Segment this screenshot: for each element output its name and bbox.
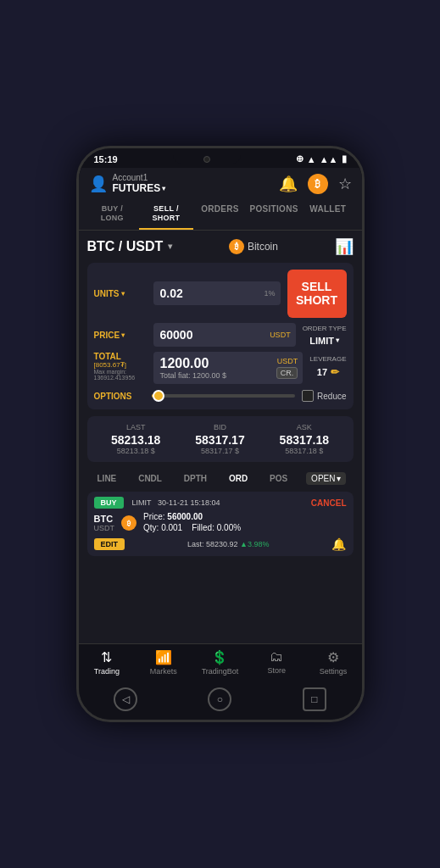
last-price-item: LAST 58213.18 58213.18 $ — [94, 423, 178, 455]
futures-label: FUTURES — [113, 182, 161, 194]
order-type-info: LIMIT 30-11-21 15:18:04 — [132, 498, 220, 507]
total-input[interactable]: 1200.00 Total fiat: 1200.00 $ USDT CR. — [153, 352, 304, 384]
nav-store[interactable]: 🗂 Store — [248, 649, 305, 676]
nav-markets[interactable]: 📶 Markets — [135, 649, 192, 676]
open-dropdown-icon: ▾ — [337, 474, 341, 483]
order-top-left: BUY LIMIT 30-11-21 15:18:04 — [94, 497, 220, 509]
header: 👤 Account1 FUTURES ▾ 🔔 ₿ ☆ — [79, 168, 362, 199]
home-button[interactable]: ○ — [208, 687, 231, 711]
nav-tradingbot[interactable]: 💲 TradingBot — [192, 649, 248, 676]
units-input[interactable]: 0.02 1% — [153, 281, 281, 305]
settings-icon: ⚙ — [327, 649, 339, 665]
units-pct: 1% — [264, 289, 275, 298]
futures-button[interactable]: FUTURES ▾ — [113, 182, 166, 194]
status-time: 15:19 — [94, 154, 118, 164]
order-qty-val: 0.001 — [161, 523, 182, 532]
ask-value: 58317.18 — [262, 433, 346, 447]
futures-dropdown-arrow: ▾ — [162, 185, 165, 192]
settings-label: Settings — [320, 667, 348, 676]
tab-buy-long[interactable]: BUY /LONG — [86, 199, 140, 230]
header-icons: 🔔 ₿ ☆ — [279, 174, 352, 194]
order-top: BUY LIMIT 30-11-21 15:18:04 CANCEL — [94, 497, 347, 509]
price-input[interactable]: 60000 USDT — [153, 323, 296, 347]
nav-settings[interactable]: ⚙ Settings — [305, 649, 362, 676]
pair-coin: ₿ Bitcoin — [229, 239, 278, 254]
btc-icon[interactable]: ₿ — [308, 174, 328, 194]
edit-leverage-icon[interactable]: ✏ — [331, 366, 339, 378]
chart-tab-ord[interactable]: ORD — [226, 472, 251, 485]
back-button[interactable]: ◁ — [114, 687, 137, 711]
units-row: UNITS ▾ 0.02 1% SELLSHORT — [94, 270, 347, 319]
network-icon: ▲▲ — [320, 154, 338, 164]
total-label: TOTAL — [94, 352, 153, 361]
favorites-star-icon[interactable]: ☆ — [338, 175, 352, 193]
right-panel: ORDER TYPE LIMIT ▾ — [303, 325, 347, 346]
options-row: OPTIONS Reduce — [94, 389, 347, 403]
order-type-dropdown-icon: ▾ — [336, 337, 339, 344]
total-label-area: TOTAL [8053.67₮] Max margin: 136912.4139… — [94, 352, 153, 381]
tradingbot-icon: 💲 — [211, 649, 228, 665]
order-change-val: ▲3.98% — [240, 540, 269, 548]
trading-label: Trading — [94, 667, 120, 676]
price-row: PRICE ▾ 60000 USDT ORDER TYPE LIMIT ▾ — [94, 323, 347, 347]
order-price-val: 56000.00 — [167, 512, 203, 521]
order-qty-row: Qty: 0.001 Filled: 0.00% — [143, 523, 347, 532]
options-slider[interactable] — [152, 389, 296, 403]
store-label: Store — [268, 666, 287, 675]
chart-icon[interactable]: 📊 — [335, 237, 354, 256]
chart-tab-dpth[interactable]: DPTH — [181, 472, 210, 485]
wifi-icon: ▲ — [307, 154, 316, 164]
open-dropdown[interactable]: OPEN ▾ — [306, 472, 346, 485]
buy-badge: BUY — [94, 497, 124, 509]
open-label: OPEN — [311, 474, 335, 483]
order-price-info: Price: 56000.00 Qty: 0.001 Filled: 0.00% — [143, 512, 347, 534]
home-icon: ○ — [217, 693, 223, 705]
ask-label: ASK — [262, 423, 346, 431]
slider-thumb[interactable] — [153, 390, 164, 402]
nav-trading[interactable]: ⇅ Trading — [79, 649, 136, 676]
coin-name: Bitcoin — [248, 241, 278, 253]
account-label: Account1 — [113, 173, 166, 182]
edit-button[interactable]: EDIT — [94, 538, 125, 550]
order-card: BUY LIMIT 30-11-21 15:18:04 CANCEL BTC U… — [87, 492, 354, 556]
order-bell-icon[interactable]: 🔔 — [331, 537, 346, 551]
chart-tab-cndl[interactable]: CNDL — [135, 472, 165, 485]
order-pair-name: BTC — [94, 514, 115, 524]
reduce-checkbox[interactable] — [302, 390, 314, 402]
options-label: OPTIONS — [94, 392, 145, 401]
bid-price-item: BID 58317.17 58317.17 $ — [178, 423, 262, 455]
order-last-info: Last: 58230.92 ▲3.98% — [187, 540, 270, 548]
cr-button[interactable]: CR. — [276, 367, 298, 379]
tab-sell-short[interactable]: SELL /SHORT — [139, 199, 193, 230]
order-pair-sub: USDT — [94, 524, 115, 532]
bid-sub: 58317.17 $ — [178, 447, 262, 455]
recent-apps-button[interactable]: □ — [303, 687, 326, 711]
chart-tabs: LINE CNDL DPTH ORD POS OPEN ▾ — [87, 469, 354, 488]
signal-icon: ⊕ — [296, 153, 304, 164]
back-icon: ◁ — [122, 693, 130, 705]
notification-bell-icon[interactable]: 🔔 — [279, 175, 298, 193]
chart-tab-pos[interactable]: POS — [266, 472, 291, 485]
tab-wallet[interactable]: WALLET — [301, 199, 355, 230]
price-dropdown[interactable]: ▾ — [121, 331, 125, 339]
sell-short-button[interactable]: SELLSHORT — [287, 270, 347, 319]
order-coin-icon: ₿ — [121, 515, 136, 531]
price-value: 60000 — [160, 328, 193, 342]
bid-value: 58317.17 — [178, 433, 262, 447]
tab-positions[interactable]: POSITIONS — [247, 199, 301, 230]
order-type-label: ORDER TYPE — [303, 325, 347, 332]
units-label: UNITS ▾ — [94, 289, 153, 298]
cancel-button[interactable]: CANCEL — [311, 498, 347, 508]
markets-label: Markets — [150, 667, 177, 676]
tab-orders[interactable]: ORDERS — [193, 199, 248, 230]
price-suffix: USDT — [270, 331, 291, 339]
order-type-value[interactable]: LIMIT ▾ — [309, 336, 339, 346]
last-value: 58213.18 — [94, 433, 178, 447]
units-dropdown[interactable]: ▾ — [121, 290, 125, 298]
chart-tab-line[interactable]: LINE — [94, 472, 120, 485]
pair-dropdown-icon: ▾ — [168, 242, 172, 251]
pair-name[interactable]: BTC / USDT ▾ — [87, 239, 173, 254]
tradingbot-label: TradingBot — [202, 667, 239, 676]
total-suffix: USDT — [277, 357, 298, 365]
leverage-value[interactable]: 17 ✏ — [317, 366, 339, 378]
